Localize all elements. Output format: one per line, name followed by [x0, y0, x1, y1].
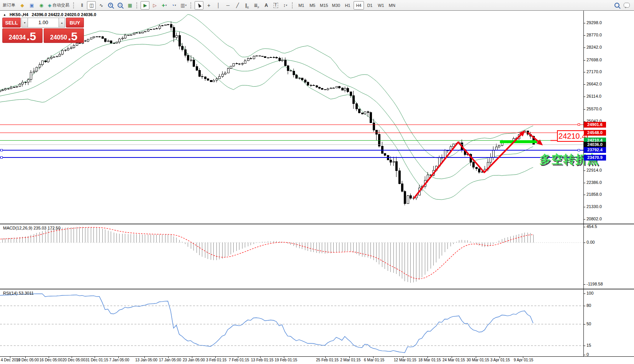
symbol-triangle-icon: ▲	[3, 13, 6, 16]
time-axis-label: 23 Jan 05:00	[183, 358, 205, 362]
rsi-axis-label: 80	[586, 303, 591, 308]
sell-button[interactable]: SELL	[2, 18, 21, 28]
time-axis-label: 6 Mar 01:15	[364, 358, 384, 362]
price-axis-label: 26114.0	[586, 94, 601, 98]
mt4-terminal-window: 新订单◆▣◉◈自动交易|||◫∿+−▦▶▷+▾◔▾▥▾+│─╱∥E≣FAT↕▾M…	[0, 0, 634, 364]
trade-panel-top-row: SELL ▼ 1.00 ▲ BUY	[2, 18, 84, 28]
macd-axis-label: -1198.58	[586, 282, 603, 286]
time-axis-label: 30 Mar 01:15	[467, 358, 489, 362]
time-axis-label: 7 Jan 05:00	[109, 358, 129, 362]
time-axis-label: 9 Apr 01:15	[514, 358, 533, 362]
price-axis-label: 27170.0	[586, 69, 602, 74]
macd-indicator-label: MACD(12,26,9) 235.03 172.50	[3, 226, 61, 230]
rsi-indicator-label: RSI(14) 53.3011	[3, 291, 34, 295]
time-axis: 4 Dec 201910 Dec 05:0016 Dec 05:0020 Dec…	[0, 358, 634, 364]
price-level-badge[interactable]: 23470.9	[584, 155, 606, 161]
price-level-badge[interactable]: 24901.6	[584, 122, 606, 128]
time-axis-label: 12 Mar 01:15	[394, 358, 416, 362]
macd-axis-label: 0.00	[586, 240, 595, 244]
volume-decrease-button[interactable]: ▼	[21, 18, 28, 28]
time-axis-label: 25 Feb 01:15	[316, 358, 339, 362]
buy-price-display[interactable]: 24050 .5	[44, 28, 84, 43]
price-axis-label: 28770.0	[586, 33, 602, 37]
rsi-axis-label: 15	[586, 343, 591, 348]
price-annotation-box[interactable]: 24210.4	[557, 130, 588, 142]
ohlc-values: 24396.0 24422.0 24020.0 24036.0	[32, 12, 96, 17]
volume-stepper: ▼ 1.00 ▲	[21, 18, 65, 28]
time-axis-label: 13 Feb 01:15	[251, 358, 274, 362]
macd-axis-label: 454.5	[586, 224, 597, 229]
time-axis-label: 24 Mar 01:15	[442, 358, 465, 362]
one-click-trading-panel: SELL ▼ 1.00 ▲ BUY 24034 .5 24050 .5	[2, 18, 84, 43]
symbol-period-label: HK50-,H4	[10, 12, 28, 17]
volume-increase-button[interactable]: ▲	[59, 18, 65, 28]
trade-panel-price-row: 24034 .5 24050 .5	[2, 28, 84, 43]
time-axis-label: 2 Mar 01:15	[340, 358, 360, 362]
rsi-axis-label: 0	[586, 352, 589, 357]
price-axis-label: 27698.0	[586, 57, 602, 62]
sell-price-display[interactable]: 24034 .5	[2, 28, 43, 43]
price-axis-label: 20802.0	[586, 216, 602, 221]
price-axis-label: 26642.0	[586, 82, 602, 86]
time-axis-label: 13 Jan 05:00	[135, 358, 157, 362]
sell-price-main: 24034	[9, 33, 26, 42]
buy-button[interactable]: BUY	[66, 18, 84, 28]
time-axis-label: 10 Dec 05:00	[16, 358, 39, 362]
buy-price-main: 24050	[50, 33, 67, 42]
chart-title: ▲ HK50-,H4 24396.0 24422.0 24020.0 24036…	[3, 12, 96, 17]
price-level-badge[interactable]: 24036.0	[584, 142, 606, 148]
time-axis-label: 3 Apr 01:15	[490, 358, 510, 362]
rsi-axis-label: 50	[586, 321, 591, 326]
price-axis-label: 28242.0	[586, 45, 602, 49]
sell-price-frac: .5	[26, 31, 36, 42]
price-axis-label: 21330.0	[586, 204, 602, 209]
time-axis-label: 18 Mar 01:15	[418, 358, 441, 362]
time-axis-label: 16 Dec 05:00	[39, 358, 62, 362]
price-level-badge[interactable]: 23792.4	[584, 147, 606, 153]
rsi-axis-label: 100	[586, 291, 593, 295]
time-axis-label: 31 Dec 01:15	[85, 358, 108, 362]
time-axis-label: 17 Jan 05:00	[159, 358, 181, 362]
time-axis-label: 19 Feb 01:15	[275, 358, 297, 362]
chart-overlay: ▲ HK50-,H4 24396.0 24422.0 24020.0 24036…	[0, 0, 634, 364]
price-axis-label: 29298.0	[586, 20, 602, 25]
price-axis-label: 22386.0	[586, 180, 602, 185]
price-axis-label: 21858.0	[586, 192, 602, 197]
price-axis-label: 25570.0	[586, 107, 602, 111]
price-level-badge[interactable]: 24548.0	[584, 130, 606, 136]
price-axis-label: 22914.0	[586, 168, 602, 172]
time-axis-label: 20 Dec 05:00	[62, 358, 85, 362]
time-axis-label: 3 Feb 01:15	[206, 358, 226, 362]
time-axis-label: 7 Feb 01:15	[229, 358, 249, 362]
volume-input[interactable]: 1.00	[28, 18, 59, 28]
buy-price-frac: .5	[68, 31, 77, 42]
